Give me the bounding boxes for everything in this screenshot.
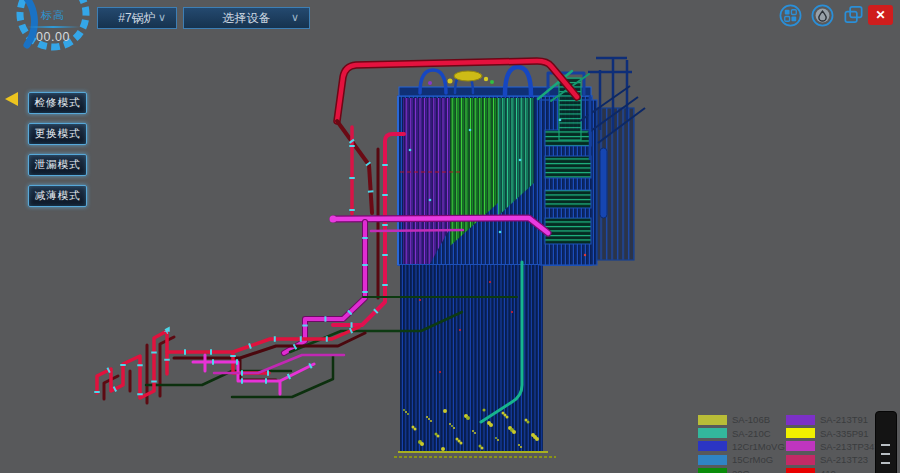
elevation-label: 标高 bbox=[5, 8, 101, 23]
elevation-value: 00.00 bbox=[5, 30, 101, 44]
legend-swatch bbox=[786, 441, 815, 451]
boiler-3d-viewport[interactable] bbox=[0, 0, 900, 473]
mode-button-1[interactable]: 更换模式 bbox=[28, 123, 87, 145]
mode-button-3[interactable]: 减薄模式 bbox=[28, 185, 87, 207]
legend-item: 12Cr1MoVG bbox=[698, 440, 786, 453]
legend-label: SA-106B bbox=[732, 414, 770, 425]
apps-icon[interactable] bbox=[779, 4, 802, 27]
legend-scrollbar[interactable] bbox=[875, 411, 897, 473]
legend-item: SA-210C bbox=[698, 426, 786, 439]
legend-swatch bbox=[698, 441, 727, 451]
mode-button-panel: 检修模式更换模式泄漏模式减薄模式 bbox=[28, 92, 87, 216]
elevation-gauge: 标高 00.00 bbox=[5, 0, 101, 74]
close-icon[interactable]: ✕ bbox=[868, 5, 893, 25]
legend-swatch bbox=[698, 428, 727, 438]
material-legend: SA-106BSA-210C12Cr1MoVG15CrMoG20GSA-213T… bbox=[698, 413, 900, 473]
legend-label: 12Cr1MoVG bbox=[732, 441, 785, 452]
lower-left-pipe-network bbox=[97, 327, 365, 403]
legend-swatch bbox=[786, 468, 815, 473]
layers-icon[interactable] bbox=[842, 4, 865, 27]
legend-label: 15CrMoG bbox=[732, 454, 773, 465]
legend-label: 20G bbox=[732, 468, 750, 473]
boiler-select-label: #7锅炉 bbox=[118, 10, 155, 27]
gauge-divider bbox=[26, 26, 80, 28]
device-select-label: 选择设备 bbox=[223, 10, 271, 27]
legend-item: 20G bbox=[698, 467, 786, 473]
legend-label: SA-210C bbox=[732, 428, 771, 439]
legend-label: SA-335P91 bbox=[820, 428, 869, 439]
collapse-arrow-icon[interactable] bbox=[5, 92, 18, 106]
legend-label: 410 bbox=[820, 468, 836, 473]
droplet-icon[interactable] bbox=[811, 4, 834, 27]
chevron-down-icon: ∨ bbox=[158, 11, 166, 24]
legend-swatch bbox=[786, 455, 815, 465]
legend-swatch bbox=[698, 455, 727, 465]
boiler-select-dropdown[interactable]: #7锅炉 ∨ bbox=[97, 7, 177, 29]
device-select-dropdown[interactable]: 选择设备 ∨ bbox=[183, 7, 310, 29]
mode-button-0[interactable]: 检修模式 bbox=[28, 92, 87, 114]
legend-item: 15CrMoG bbox=[698, 453, 786, 466]
mode-button-2[interactable]: 泄漏模式 bbox=[28, 154, 87, 176]
legend-swatch bbox=[786, 428, 815, 438]
legend-swatch bbox=[786, 415, 815, 425]
legend-swatch bbox=[698, 415, 727, 425]
legend-swatch bbox=[698, 468, 727, 473]
legend-label: SA-213T91 bbox=[820, 414, 868, 425]
scrollbar-grip bbox=[881, 444, 890, 446]
legend-item: SA-106B bbox=[698, 413, 786, 426]
legend-label: SA-213T23 bbox=[820, 454, 868, 465]
chevron-down-icon: ∨ bbox=[291, 11, 299, 24]
